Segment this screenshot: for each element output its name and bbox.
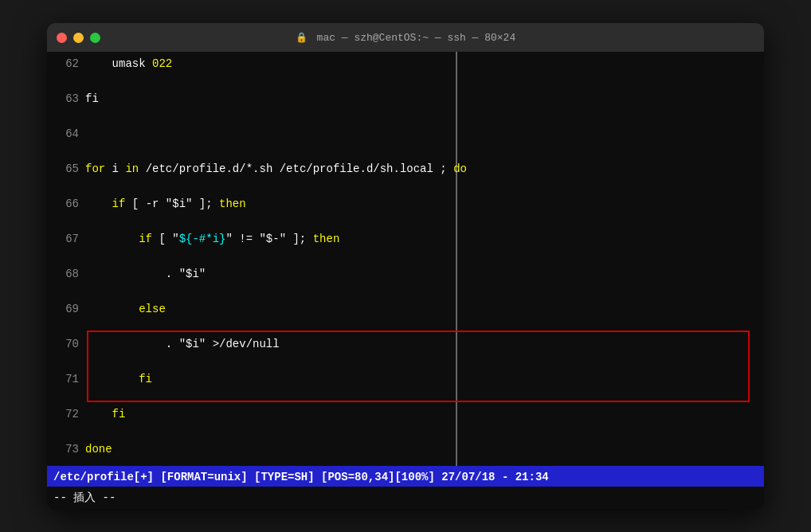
- line-content: fi: [85, 90, 764, 108]
- code-line: 65for i in /etc/profile.d/*.sh /etc/prof…: [47, 160, 764, 178]
- code-area: 62 umask 02263fi6465for i in /etc/profil…: [47, 52, 764, 466]
- lock-icon: 🔒: [296, 33, 308, 44]
- line-content: else: [85, 300, 764, 318]
- maximize-button[interactable]: [90, 33, 100, 43]
- terminal-body: 62 umask 02263fi6465for i in /etc/profil…: [47, 52, 764, 509]
- line-number: 67: [47, 230, 85, 248]
- mode-bar: -- 插入 --: [47, 487, 764, 509]
- line-number: 72: [47, 405, 85, 423]
- line-number: 70: [47, 335, 85, 353]
- code-line: 72 fi: [47, 405, 764, 423]
- line-content: umask 022: [85, 55, 764, 72]
- line-content: . "$i": [85, 265, 764, 283]
- traffic-lights: [57, 33, 100, 43]
- close-button[interactable]: [57, 33, 67, 43]
- window-title: 🔒 mac — szh@CentOS:~ — ssh — 80×24: [296, 32, 515, 44]
- code-line: 64: [47, 125, 764, 143]
- line-number: 73: [47, 440, 85, 458]
- code-line: 71 fi: [47, 370, 764, 388]
- line-content: fi: [85, 370, 764, 388]
- code-line: 68 . "$i": [47, 265, 764, 283]
- line-number: 62: [47, 55, 85, 72]
- line-content: if [ "${-#*i}" != "$-" ]; then: [85, 230, 764, 248]
- code-line: 63fi: [47, 90, 764, 108]
- line-content: . "$i" >/dev/null: [85, 335, 764, 353]
- line-number: 63: [47, 90, 85, 108]
- code-line: 70 . "$i" >/dev/null: [47, 335, 764, 353]
- line-number: 71: [47, 370, 85, 388]
- status-bar: /etc/profile[+] [FORMAT=unix] [TYPE=SH] …: [47, 466, 764, 487]
- line-number: 69: [47, 300, 85, 318]
- line-number: 64: [47, 125, 85, 143]
- terminal-window: 🔒 mac — szh@CentOS:~ — ssh — 80×24 62 um…: [47, 23, 764, 509]
- code-line: 66 if [ -r "$i" ]; then: [47, 195, 764, 213]
- code-line: 67 if [ "${-#*i}" != "$-" ]; then: [47, 230, 764, 248]
- minimize-button[interactable]: [73, 33, 84, 43]
- code-line: 69 else: [47, 300, 764, 318]
- line-content: if [ -r "$i" ]; then: [85, 195, 764, 213]
- line-content: done: [85, 440, 764, 458]
- line-content: fi: [85, 405, 764, 423]
- code-line: 62 umask 022: [47, 55, 764, 72]
- line-number: 65: [47, 160, 85, 178]
- line-number: 66: [47, 195, 85, 213]
- line-content: for i in /etc/profile.d/*.sh /etc/profil…: [85, 160, 764, 178]
- title-text: mac — szh@CentOS:~ — ssh — 80×24: [317, 32, 516, 44]
- line-number: 68: [47, 265, 85, 283]
- titlebar: 🔒 mac — szh@CentOS:~ — ssh — 80×24: [47, 23, 764, 52]
- code-line: 73done: [47, 440, 764, 458]
